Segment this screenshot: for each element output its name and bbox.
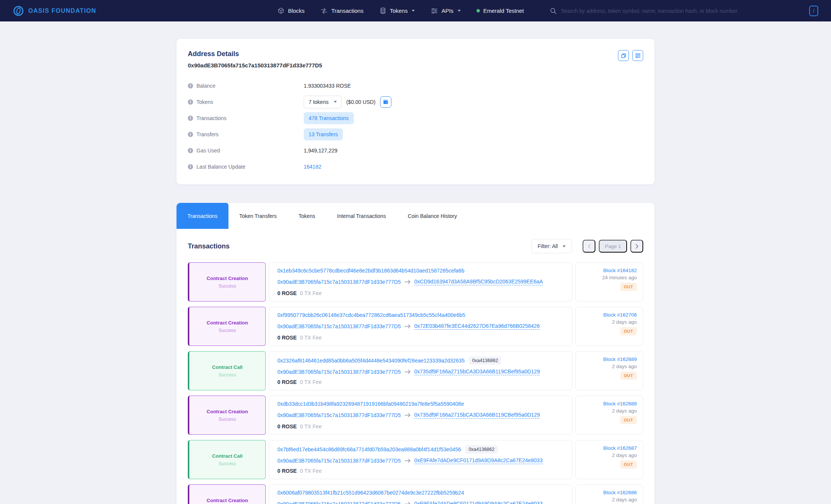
- tx-meta: Block #164182 24 minutes ago OUT: [575, 262, 643, 301]
- tx-hash-link[interactable]: 0xf9950779cbb26c06148e37cdc4bea772862cd6…: [277, 312, 465, 318]
- network-selector[interactable]: Emerald Testnet: [476, 8, 524, 14]
- nav-item-label: Transactions: [331, 8, 363, 14]
- tx-status-label: Success: [218, 283, 236, 289]
- transfers-count-pill[interactable]: 13 Transfers: [304, 128, 343, 140]
- tx-timestamp: 2 days ago: [612, 364, 637, 369]
- transaction-row: Contract Creation Success 0xdb33dcc1d3b3…: [188, 396, 643, 435]
- address-details-card: Address Details 0x90adE3B7065fa715c7a150…: [177, 39, 654, 184]
- cube-icon: [277, 7, 285, 14]
- network-name: Emerald Testnet: [483, 8, 524, 14]
- last-balance-update-link[interactable]: 164182: [304, 164, 321, 170]
- top-navbar: OASIS FOUNDATION Blocks Transactions Tok…: [0, 0, 831, 21]
- tx-hash-link[interactable]: 0x2326af8146461edd85a0bb6a505f4d4448e543…: [277, 358, 465, 364]
- tx-type-label: Contract Creation: [207, 320, 248, 326]
- nav-item-label: Blocks: [288, 8, 304, 14]
- detail-row-balance: Balance 1.933003433 ROSE: [188, 78, 643, 94]
- copy-address-button[interactable]: [618, 50, 629, 61]
- tx-hash-link[interactable]: 0x6006af079803513f41fb21c551d96423d6067b…: [277, 490, 464, 496]
- tx-from-address-link[interactable]: 0x90adE3B7065fa715c7a150313877dF1d33e777…: [277, 458, 401, 464]
- tx-to-address-link[interactable]: 0xE9FAfe7dADe9CF0171d9A9D9A8c2Ca67E24e80…: [414, 501, 543, 504]
- nav-item-transactions[interactable]: Transactions: [320, 8, 363, 14]
- tx-timestamp: 2 days ago: [612, 408, 637, 414]
- tx-value: 0 ROSE: [277, 335, 297, 341]
- tx-direction-badge: OUT: [620, 416, 637, 424]
- nav-item-blocks[interactable]: Blocks: [277, 7, 304, 14]
- transaction-row: Contract Call Success 0x2326af8146461edd…: [188, 351, 643, 390]
- tx-timestamp: 24 minutes ago: [602, 275, 637, 280]
- chevron-down-icon: [563, 245, 566, 247]
- info-icon: [188, 164, 193, 169]
- next-page-button[interactable]: [630, 240, 643, 253]
- pagination: Page 1: [583, 240, 643, 253]
- current-page-button[interactable]: Page 1: [599, 240, 627, 253]
- tx-block-link[interactable]: Block #162689: [603, 356, 637, 362]
- tab-token-transfers[interactable]: Token Transfers: [228, 203, 288, 229]
- tx-block-link[interactable]: Block #162706: [603, 312, 637, 318]
- detail-label: Transfers: [196, 131, 219, 137]
- tx-from-address-link[interactable]: 0x90adE3B7065fa715c7a150313877dF1d33e777…: [277, 323, 401, 329]
- tab-transactions[interactable]: Transactions: [177, 203, 228, 229]
- tx-to-address-link[interactable]: 0xCD9d163947d3A58A9Bf5C95bcD2063E2599EE6…: [414, 279, 543, 285]
- tx-meta: Block #162689 2 days ago OUT: [575, 351, 643, 390]
- tx-method-chip: 0xa4136862: [465, 445, 498, 454]
- arrow-right-icon: [405, 458, 411, 463]
- tx-to-address-link[interactable]: 0x72E03b487fe3EC44d2627D67Ea96d766B02584…: [414, 323, 540, 330]
- tx-from-address-link[interactable]: 0x90adE3B7065fa715c7a150313877dF1d33e777…: [277, 369, 401, 375]
- detail-label: Transactions: [196, 115, 227, 121]
- tx-type-label: Contract Creation: [207, 409, 248, 414]
- transactions-count-pill[interactable]: 478 Transactions: [304, 112, 354, 124]
- detail-label: Last Balance Update: [196, 164, 245, 170]
- detail-row-tokens: Tokens 7 tokens ($0.00 USD): [188, 94, 643, 110]
- tokens-dropdown[interactable]: 7 tokens: [304, 96, 342, 108]
- tx-type-label: Contract Creation: [207, 498, 248, 503]
- arrow-right-icon: [405, 324, 411, 329]
- tx-from-address-link[interactable]: 0x90adE3B7065fa715c7a150313877dF1d33e777…: [277, 279, 401, 285]
- filter-dropdown[interactable]: Filter: All: [531, 239, 572, 253]
- tx-type-label: Contract Call: [212, 364, 243, 370]
- tx-status-badge: Contract Call Success: [188, 351, 266, 390]
- brand-name: OASIS FOUNDATION: [28, 8, 96, 14]
- chevron-down-icon: [412, 10, 415, 12]
- nav-item-apis[interactable]: APIs: [431, 8, 461, 14]
- info-icon: [188, 116, 193, 121]
- tx-value: 0 ROSE: [277, 468, 297, 474]
- tab-tokens[interactable]: Tokens: [288, 203, 326, 229]
- tx-to-address-link[interactable]: 0x735df9F166a2715bCA3D3A66B119CBef95a0D1…: [414, 412, 540, 419]
- tx-to-address-link[interactable]: 0xE9FAfe7dADe9CF0171d9A9D9A8c2Ca67E24e80…: [414, 457, 543, 464]
- section-title: Transactions: [188, 242, 230, 250]
- tokens-usd-value: ($0.00 USD): [346, 99, 376, 105]
- wallet-button[interactable]: [380, 96, 391, 108]
- tx-direction-badge: OUT: [620, 327, 637, 335]
- tx-to-address-link[interactable]: 0x735df9F166a2715bCA3D3A66B119CBef95a0D1…: [414, 368, 540, 375]
- tx-fee: 0 TX Fee: [300, 379, 321, 385]
- tx-from-address-link[interactable]: 0x90adE3B7065fa715c7a150313877dF1d33e777…: [277, 412, 401, 418]
- tx-hash-link[interactable]: 0x1eb349c6c5cbe5778cdbecdf46e8e2bdf3b186…: [277, 268, 464, 274]
- balance-value: 1.933003433 ROSE: [304, 83, 351, 89]
- main-nav: Blocks Transactions Tokens APIs Emerald …: [277, 6, 818, 16]
- tx-block-link[interactable]: Block #162687: [603, 445, 637, 451]
- tx-fee: 0 TX Fee: [300, 468, 321, 474]
- tab-internal-transactions[interactable]: Internal Transactions: [326, 203, 397, 229]
- tx-hash-link[interactable]: 0xdb33dcc1d3b31b498fa9232694871919166bfa…: [277, 401, 464, 407]
- brand[interactable]: OASIS FOUNDATION: [13, 5, 96, 17]
- tx-block-link[interactable]: Block #162688: [603, 401, 637, 407]
- tx-value: 0 ROSE: [277, 423, 297, 429]
- tx-from-address-link[interactable]: 0x90adE3B7065fa715c7a150313877dF1d33e777…: [277, 501, 401, 504]
- tx-block-link[interactable]: Block #164182: [603, 268, 637, 273]
- nav-item-tokens[interactable]: Tokens: [379, 7, 415, 14]
- detail-row-last-balance-update: Last Balance Update 164182: [188, 158, 643, 175]
- tx-block-link[interactable]: Block #162686: [603, 490, 637, 495]
- prev-page-button[interactable]: [583, 240, 595, 253]
- detail-row-gas-used: Gas Used 1,949,127,229: [188, 142, 643, 158]
- tx-hash-link[interactable]: 0x7bf6ed17ebe4454c86d89fc68a7714fd07b59a…: [277, 446, 461, 452]
- qr-code-button[interactable]: [632, 50, 643, 61]
- tx-value: 0 ROSE: [277, 379, 297, 385]
- transaction-row: Contract Creation Success 0xf9950779cbb2…: [188, 307, 643, 346]
- tab-coin-balance-history[interactable]: Coin Balance History: [397, 203, 468, 229]
- arrow-right-icon: [405, 280, 411, 284]
- info-icon: [188, 148, 193, 153]
- info-icon: [188, 99, 193, 105]
- tx-fee: 0 TX Fee: [300, 423, 321, 429]
- gas-used-value: 1,949,127,229: [304, 148, 338, 154]
- search-input[interactable]: [561, 8, 805, 14]
